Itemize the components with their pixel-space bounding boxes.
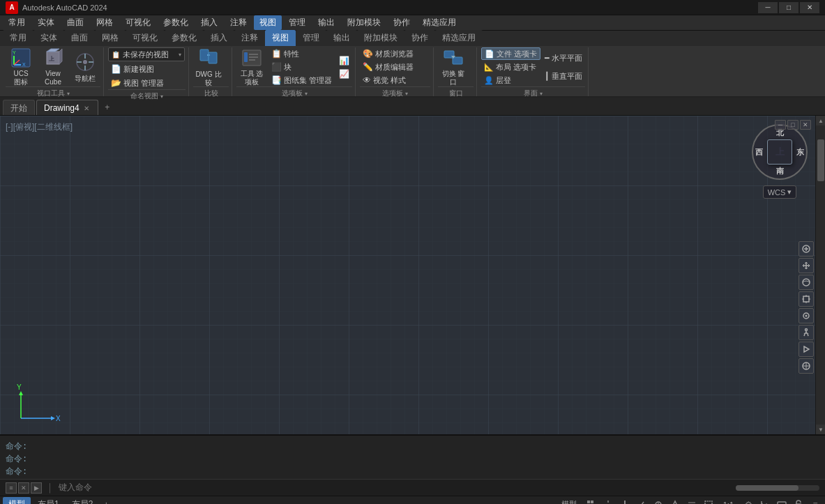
materials-label[interactable]: 选项板 ▾	[360, 86, 430, 99]
switch-window-button[interactable]: 切换 窗口	[438, 47, 469, 86]
compare-label[interactable]: 比较	[193, 86, 229, 99]
ribbon-tab-附加模块[interactable]: 附加模块	[357, 30, 404, 46]
menu-item-2[interactable]: 曲面	[61, 15, 89, 30]
view-manager-button[interactable]: 📂 视图 管理器	[108, 77, 167, 89]
scale-btn[interactable]: 1:1	[718, 499, 739, 505]
compass-ring[interactable]: 北 南 东 西 上	[752, 124, 808, 180]
layout-tab-button[interactable]: 📐 布局 选项卡	[481, 61, 540, 73]
ribbon-tab-视图[interactable]: 视图	[265, 30, 296, 46]
ortho-toggle[interactable]	[618, 498, 632, 505]
view-cube-widget[interactable]: 北 南 东 西 上 WCS ▾	[748, 124, 811, 222]
maximize-button[interactable]: □	[779, 2, 798, 13]
extra-btn-2[interactable]: 📈	[336, 68, 352, 80]
right-scrollbar[interactable]: ▲ ▼	[815, 116, 825, 434]
extra-btn-1[interactable]: 📊	[336, 54, 352, 67]
view-cube-button[interactable]: 上 ViewCube	[38, 47, 68, 86]
orbit-button[interactable]	[798, 275, 814, 290]
settings-btn[interactable]: ⚙	[741, 498, 755, 505]
snap-toggle[interactable]	[601, 498, 615, 505]
menu-item-6[interactable]: 插入	[195, 15, 223, 30]
menu-item-0[interactable]: 常用	[3, 15, 31, 30]
otrack-toggle[interactable]	[668, 498, 682, 505]
ribbon-tab-实体[interactable]: 实体	[33, 30, 64, 46]
menu-item-5[interactable]: 参数化	[158, 15, 194, 30]
new-tab-button[interactable]: +	[100, 100, 115, 115]
menu-item-8[interactable]: 视图	[254, 15, 282, 30]
full-nav-wheel-button[interactable]	[798, 358, 814, 374]
close-button[interactable]: ✕	[800, 2, 819, 13]
model-tab[interactable]: 模型	[3, 497, 31, 504]
cmd-settings-button[interactable]: ≡	[6, 482, 17, 494]
drawing4-close-button[interactable]: ✕	[82, 104, 91, 112]
ribbon-tab-参数化[interactable]: 参数化	[165, 30, 204, 46]
ribbon-tab-网格[interactable]: 网格	[95, 30, 126, 46]
menu-toggle[interactable]: ≡	[808, 498, 822, 505]
ribbon-tab-常用[interactable]: 常用	[3, 30, 33, 46]
ribbon-tab-注释[interactable]: 注释	[234, 30, 265, 46]
show-motion-button[interactable]	[798, 342, 814, 357]
sheet-set-button[interactable]: 📑 图纸集 管理器	[268, 74, 335, 86]
workspace-toggle[interactable]	[775, 498, 789, 505]
ribbon-tab-协作[interactable]: 协作	[404, 30, 435, 46]
menu-item-7[interactable]: 注释	[225, 15, 252, 30]
grid-toggle[interactable]	[584, 498, 598, 505]
interface-label[interactable]: 界面 ▾	[481, 86, 585, 99]
new-view-button[interactable]: 📄 新建视图	[108, 63, 157, 75]
menu-item-3[interactable]: 网格	[91, 15, 119, 30]
cmd-recent-button[interactable]: ✕	[18, 482, 29, 494]
zoom-extents-button[interactable]	[798, 291, 814, 307]
scroll-up-button[interactable]: ▲	[816, 116, 825, 125]
scroll-down-button[interactable]: ▼	[816, 425, 825, 434]
minimize-button[interactable]: ─	[758, 2, 778, 13]
ribbon-tab-插入[interactable]: 插入	[204, 30, 234, 46]
scroll-thumb[interactable]	[816, 125, 825, 425]
ucs-icon-button[interactable]: X Y UCS图标	[6, 47, 36, 86]
wcs-badge[interactable]: WCS ▾	[763, 185, 797, 199]
menu-item-9[interactable]: 管理	[283, 15, 311, 30]
material-browser-button[interactable]: 🎨 材质浏览器	[360, 47, 416, 60]
look-from-button[interactable]	[798, 308, 814, 323]
scroll-handle[interactable]	[817, 139, 824, 181]
zoom-in-button[interactable]	[798, 241, 814, 257]
tools-palette-button[interactable]: 工具 选项板	[236, 47, 267, 86]
osnap-toggle[interactable]	[651, 498, 665, 505]
file-tab-button[interactable]: 📄 文件 选项卡	[481, 47, 540, 60]
menu-item-1[interactable]: 实体	[32, 15, 60, 30]
palettes-label[interactable]: 选项板 ▾	[236, 86, 352, 99]
navigator-button[interactable]: 导航栏	[70, 47, 100, 86]
doc-tab-start[interactable]: 开始	[3, 100, 35, 115]
model-btn[interactable]: 模型	[557, 498, 582, 504]
view-styles-button[interactable]: 👁 视觉 样式	[360, 74, 409, 86]
polar-toggle[interactable]	[635, 498, 649, 505]
add-layout-button[interactable]: +	[100, 498, 112, 505]
lineweight-toggle[interactable]	[685, 498, 699, 505]
cube-face-top[interactable]: 上	[767, 139, 792, 165]
layout2-tab[interactable]: 布局2	[66, 497, 99, 504]
ribbon-tab-管理[interactable]: 管理	[296, 30, 326, 46]
layout1-tab[interactable]: 布局1	[32, 497, 65, 504]
signin-button[interactable]: 👤 层登	[481, 74, 540, 86]
named-views-label[interactable]: 命名视图 ▾	[108, 89, 186, 102]
walk-button[interactable]	[798, 325, 814, 340]
menu-item-13[interactable]: 精选应用	[417, 15, 462, 30]
menu-item-12[interactable]: 协作	[388, 15, 416, 30]
command-input-field[interactable]	[59, 483, 732, 493]
pan-button[interactable]	[798, 258, 814, 273]
block-button[interactable]: ⬛ 块	[268, 61, 335, 73]
properties-button[interactable]: 📋 特性	[268, 47, 335, 60]
cmd-arrow-button[interactable]: ▶	[31, 482, 42, 494]
view-dropdown[interactable]: 📋 未保存的视图 ▾	[108, 47, 185, 61]
windows-label[interactable]: 窗口	[438, 86, 474, 99]
material-editor-button[interactable]: ✏️ 材质编辑器	[360, 61, 416, 73]
menu-item-10[interactable]: 输出	[312, 15, 340, 30]
horizontal-plane-btn[interactable]: ━ 水平平面	[542, 49, 585, 66]
viewport-maximize-button[interactable]: □	[787, 120, 798, 130]
ribbon-tab-精选应用[interactable]: 精选应用	[435, 30, 483, 46]
viewport-tools-label[interactable]: 视口工具 ▾	[6, 86, 100, 99]
vertical-plane-btn[interactable]: ┃ 垂直平面	[542, 68, 585, 84]
canvas-area[interactable]: [-][俯视][二维线框] 北 南 东 西 上 WCS ▾ ▲ ▼	[0, 116, 825, 434]
menu-item-11[interactable]: 附加模块	[342, 15, 386, 30]
viewport-close-button[interactable]: ✕	[800, 120, 811, 130]
viewport-minimize-button[interactable]: ─	[775, 120, 786, 130]
ribbon-tab-曲面[interactable]: 曲面	[64, 30, 95, 46]
